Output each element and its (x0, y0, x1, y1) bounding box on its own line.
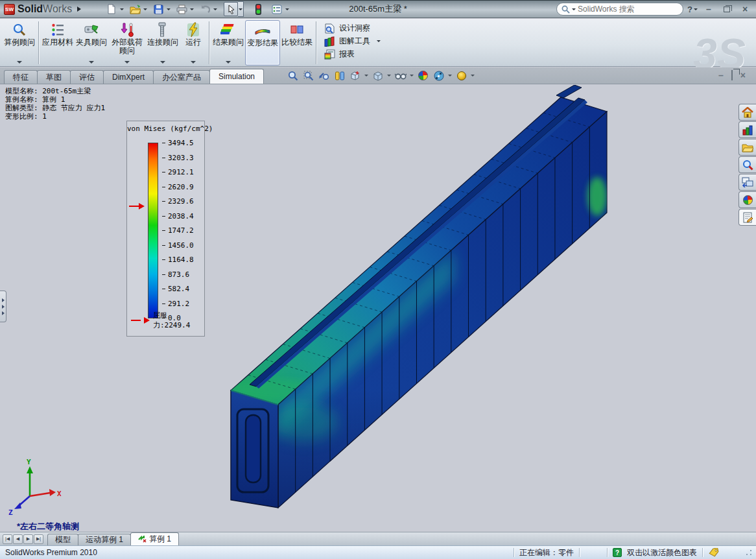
search-scope-dropdown[interactable] (572, 8, 576, 10)
dropdown-arrow-icon[interactable] (124, 61, 130, 64)
tag-icon[interactable] (708, 548, 720, 557)
doc-restore-button[interactable] (731, 71, 733, 80)
save-button[interactable] (151, 2, 165, 16)
tab-sketch[interactable]: 草图 (37, 70, 71, 84)
previous-tab-button[interactable]: ◀ (13, 534, 23, 544)
help-button[interactable]: ? (687, 5, 698, 14)
ribbon-button-study-advisor[interactable]: 算例顾问 (3, 20, 36, 65)
undo-button[interactable] (198, 2, 212, 16)
beam-model[interactable]: Y X Z (0, 85, 756, 532)
select-tool-button[interactable] (224, 2, 238, 16)
tab-dimxpert[interactable]: DimXpert (103, 70, 154, 84)
hide-show-items-button[interactable] (394, 69, 407, 82)
ribbon-button-fixtures-advisor[interactable]: 夹具顾问 (75, 20, 108, 65)
dropdown-arrow-icon[interactable] (191, 61, 196, 64)
tab-office-products[interactable]: 办公室产品 (153, 70, 210, 84)
print-button[interactable] (174, 2, 189, 16)
options-list-icon (272, 5, 282, 14)
dropdown-arrow-icon[interactable] (89, 61, 94, 64)
view-settings-button[interactable] (455, 69, 467, 82)
document-title: 200t-65m主梁 * (349, 3, 407, 15)
minimize-button[interactable]: – (702, 3, 716, 15)
view-orientation-dropdown[interactable] (364, 75, 368, 77)
doc-close-button[interactable]: × (740, 71, 746, 80)
solidworks-logo[interactable]: SW SolidWorks (4, 3, 72, 15)
resize-grip[interactable] (746, 549, 752, 556)
tab-study-1[interactable]: 算例 1 (130, 532, 179, 545)
ribbon-button-label: 连接顾问 (147, 38, 178, 47)
select-tool-dropdown[interactable] (238, 1, 244, 17)
design-insight-button[interactable]: 设计洞察 (324, 23, 381, 34)
ribbon-button-label: 结果顾问 (213, 38, 244, 47)
open-button[interactable] (128, 2, 142, 16)
folder-icon (742, 143, 753, 152)
taskpane-design-library-button[interactable] (738, 121, 756, 138)
graphics-viewport[interactable]: Y X Z 模型名称: 200t-65m主梁 算例名称: 算例 1 图解类型: … (0, 85, 756, 532)
search-box[interactable] (556, 3, 683, 16)
zoom-to-area-button[interactable] (302, 69, 314, 82)
feature-manager-collapsed-handle[interactable] (0, 291, 6, 322)
interference-check-button[interactable] (251, 2, 265, 16)
view-settings-dropdown[interactable] (471, 75, 475, 77)
first-tab-button[interactable]: |◀ (3, 534, 12, 544)
tab-features[interactable]: 特征 (4, 70, 38, 84)
beam-front-slot (246, 415, 261, 482)
undo-dropdown[interactable] (212, 2, 218, 16)
ribbon-button-results-advisor[interactable]: 结果顾问 (211, 20, 245, 65)
ribbon-button-external-loads-advisor[interactable]: 外部载荷顾问 (108, 20, 146, 65)
display-style-button[interactable] (372, 69, 384, 82)
taskpane-file-explorer-button[interactable] (738, 139, 756, 156)
menu-expand-arrow-icon[interactable] (77, 6, 81, 12)
plot-tools-button[interactable]: 图解工具 (324, 36, 381, 47)
taskpane-resources-button[interactable] (738, 104, 756, 121)
next-tab-button[interactable]: ▶ (23, 534, 33, 544)
view-orientation-button[interactable] (349, 69, 361, 82)
ribbon-button-deformed-result[interactable]: 变形结果 (245, 20, 280, 65)
taskpane-appearances-button[interactable] (738, 191, 756, 208)
zoom-to-fit-button[interactable] (287, 69, 299, 82)
plot-tools-dropdown[interactable] (377, 40, 381, 42)
options-dropdown[interactable] (284, 2, 290, 16)
maximize-button[interactable] (720, 3, 734, 15)
ribbon-button-run[interactable]: 运行 (180, 20, 207, 65)
tab-evaluate[interactable]: 评估 (70, 70, 104, 84)
new-document-button[interactable] (104, 2, 119, 16)
options-button[interactable] (270, 2, 284, 16)
quick-tip-help-icon[interactable]: ? (613, 548, 622, 557)
dropdown-arrow-icon[interactable] (17, 61, 22, 64)
dropdown-arrow-icon[interactable] (160, 61, 165, 64)
close-button[interactable]: × (738, 3, 752, 15)
ribbon-button-compare-results[interactable]: 比较结果 (280, 20, 314, 65)
help-dropdown[interactable] (694, 8, 698, 10)
open-dropdown[interactable] (142, 2, 148, 16)
search-input[interactable] (578, 5, 662, 14)
legend-value: 2912.1 (162, 168, 194, 176)
ribbon-button-connections-advisor[interactable]: 连接顾问 (146, 20, 180, 65)
display-style-dropdown[interactable] (387, 75, 391, 77)
save-dropdown[interactable] (165, 2, 171, 16)
section-view-button[interactable] (333, 69, 346, 82)
hide-show-items-dropdown[interactable] (410, 75, 414, 77)
maximize-icon (724, 6, 730, 12)
new-document-dropdown[interactable] (119, 2, 124, 16)
apply-scene-dropdown[interactable] (448, 75, 452, 77)
dropdown-arrow-icon[interactable] (226, 61, 231, 64)
search-icon (561, 5, 570, 14)
last-tab-button[interactable]: ▶| (34, 534, 43, 544)
taskpane-custom-properties-button[interactable] (738, 209, 756, 226)
product-name: SolidWorks Premium 2010 (5, 548, 97, 557)
edit-appearance-button[interactable] (417, 69, 429, 82)
previous-view-button[interactable] (318, 69, 330, 82)
report-button[interactable]: 报表 (324, 49, 381, 60)
command-tab-band: 特征 草图 评估 DimXpert 办公室产品 Simulation – × (0, 67, 756, 84)
ribbon-button-apply-material[interactable]: 应用材料 (41, 20, 75, 65)
stress-legend[interactable]: von Mises (kgf/cm^2) 3494.5 3203.3 2912.… (126, 121, 205, 337)
print-dropdown[interactable] (189, 2, 195, 16)
apply-scene-button[interactable] (432, 69, 445, 82)
tab-motion-study-1[interactable]: 运动算例 1 (78, 534, 131, 545)
tab-simulation[interactable]: Simulation (209, 69, 264, 84)
tab-model[interactable]: 模型 (47, 534, 78, 545)
doc-minimize-button[interactable]: – (718, 71, 724, 80)
taskpane-view-palette-button[interactable] (738, 174, 756, 191)
taskpane-search-button[interactable] (738, 156, 756, 173)
